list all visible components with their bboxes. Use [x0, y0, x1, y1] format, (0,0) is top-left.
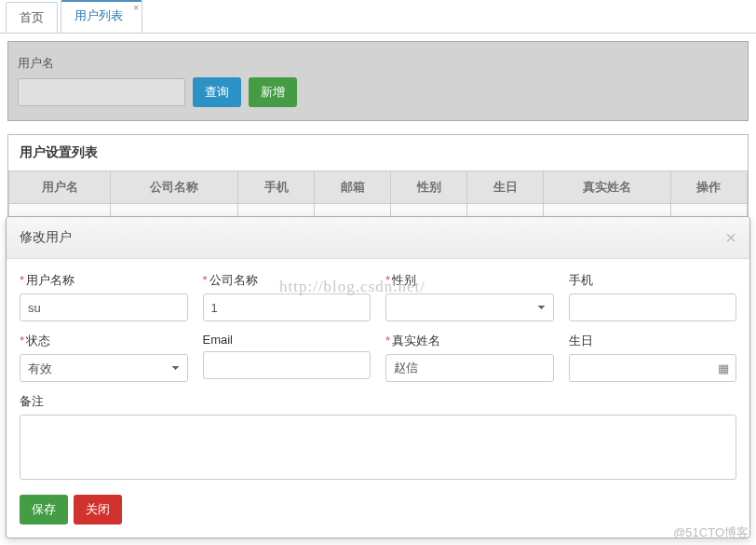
filter-row: 查询 新增	[18, 77, 738, 107]
filter-panel: 用户名 查询 新增	[7, 41, 749, 121]
input-username[interactable]	[20, 293, 188, 321]
th-actions: 操作	[670, 171, 747, 204]
input-birthday[interactable]	[569, 354, 737, 382]
field-username: *用户名称	[20, 272, 188, 321]
user-list-panel: 用户设置列表 用户名 公司名称 手机 邮箱 性别 生日 真实姓名 操作	[7, 134, 749, 221]
modal-body: *用户名称 *公司名称 *性别 手机 *状态 有效 Email	[7, 259, 749, 489]
field-email: Email	[203, 333, 371, 382]
input-phone[interactable]	[569, 293, 737, 321]
label-username: *用户名称	[20, 272, 188, 289]
field-birthday: 生日 ▦	[569, 333, 737, 382]
modal-close-icon[interactable]: ×	[725, 228, 736, 247]
label-birthday: 生日	[569, 333, 737, 349]
field-realname: *真实姓名	[385, 333, 554, 382]
input-realname[interactable]	[385, 354, 554, 382]
user-table: 用户名 公司名称 手机 邮箱 性别 生日 真实姓名 操作	[8, 170, 748, 220]
tab-bar: 首页 用户列表 ×	[0, 0, 756, 34]
label-email: Email	[203, 333, 371, 347]
tab-user-list[interactable]: 用户列表 ×	[61, 0, 142, 33]
footer-watermark: @51CTO博客	[673, 525, 749, 541]
tab-user-list-label: 用户列表	[74, 8, 123, 22]
tab-home[interactable]: 首页	[6, 2, 58, 33]
th-email: 邮箱	[315, 171, 391, 204]
th-company: 公司名称	[111, 171, 238, 204]
close-button[interactable]: 关闭	[74, 495, 122, 525]
input-company[interactable]	[203, 293, 371, 321]
label-realname: *真实姓名	[385, 333, 554, 349]
th-username: 用户名	[9, 171, 111, 204]
modal-footer: 保存 关闭	[7, 489, 749, 538]
filter-username-input[interactable]	[18, 78, 185, 106]
field-company: *公司名称	[203, 272, 371, 321]
query-button[interactable]: 查询	[193, 77, 241, 107]
label-company: *公司名称	[203, 272, 371, 289]
th-gender: 性别	[391, 171, 467, 204]
filter-username-label: 用户名	[18, 55, 738, 72]
field-gender: *性别	[385, 272, 554, 321]
main-content: 用户名 查询 新增 用户设置列表 用户名 公司名称 手机 邮箱 性别 生日 真实…	[0, 34, 756, 228]
add-button[interactable]: 新增	[249, 77, 297, 107]
textarea-remark[interactable]	[20, 415, 736, 480]
tab-home-label: 首页	[20, 10, 44, 24]
label-gender: *性别	[385, 272, 554, 289]
th-realname: 真实姓名	[544, 171, 671, 204]
edit-user-modal: 修改用户 × *用户名称 *公司名称 *性别 手机 *状态 有效	[6, 216, 750, 538]
input-email[interactable]	[203, 351, 371, 379]
birthday-input-wrap: ▦	[569, 354, 737, 382]
th-phone: 手机	[238, 171, 315, 204]
modal-header: 修改用户 ×	[7, 217, 749, 259]
field-status: *状态 有效	[20, 333, 188, 382]
th-birthday: 生日	[467, 171, 544, 204]
form-grid: *用户名称 *公司名称 *性别 手机 *状态 有效 Email	[20, 272, 736, 480]
table-header-row: 用户名 公司名称 手机 邮箱 性别 生日 真实姓名 操作	[9, 171, 748, 204]
field-phone: 手机	[569, 272, 737, 321]
label-status: *状态	[20, 333, 188, 349]
calendar-icon[interactable]: ▦	[718, 361, 729, 375]
close-icon[interactable]: ×	[133, 4, 139, 13]
field-remark: 备注	[20, 393, 736, 480]
list-title: 用户设置列表	[8, 135, 748, 170]
select-gender[interactable]	[385, 293, 554, 321]
label-remark: 备注	[20, 393, 736, 410]
label-phone: 手机	[569, 272, 737, 289]
save-button[interactable]: 保存	[20, 495, 68, 525]
modal-title: 修改用户	[20, 229, 72, 246]
select-status[interactable]: 有效	[20, 354, 188, 382]
